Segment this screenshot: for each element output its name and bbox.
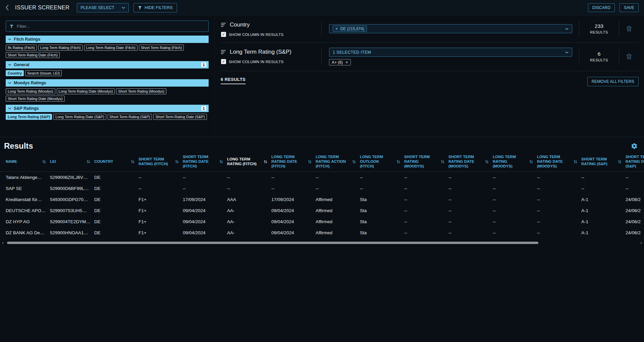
column-header[interactable]: SHORT TERM RATING (MOODYS) xyxy=(404,155,448,169)
scrollbar-track[interactable] xyxy=(6,242,639,244)
scrollbar-thumb[interactable] xyxy=(7,242,539,244)
drag-handle-icon[interactable] xyxy=(221,50,226,54)
filter-tag[interactable]: Long Term Rating (Fitch) xyxy=(38,45,83,51)
show-column-checkbox[interactable]: ✓ xyxy=(221,59,226,64)
table-cell: DE xyxy=(94,197,139,202)
sort-icon[interactable] xyxy=(396,160,400,164)
drag-handle-icon[interactable] xyxy=(221,22,226,27)
table-cell: -- xyxy=(183,186,227,191)
save-button[interactable]: SAVE xyxy=(620,3,639,12)
filter-search-input[interactable] xyxy=(17,24,205,29)
filter-tag[interactable]: Short Term Rating Date (S&P) xyxy=(153,114,207,120)
column-header[interactable]: LONG TERM RATING DATE (FITCH) xyxy=(271,155,316,169)
table-cell: DZ HYP AG xyxy=(6,219,50,224)
table-cell: 529900D6BF99L… xyxy=(50,186,94,191)
filter-section-header[interactable]: General1 xyxy=(6,61,209,68)
sort-icon[interactable] xyxy=(618,160,622,164)
filter-tag[interactable]: Search (Issuer, LEI) xyxy=(25,70,62,76)
filter-tag[interactable]: Ifs Rating (Fitch) xyxy=(6,45,37,51)
filter-section-header[interactable]: S&P Ratings1 xyxy=(6,105,209,112)
table-cell: -- xyxy=(537,175,581,180)
table-cell: 09/04/2024 xyxy=(183,219,227,224)
table-cell: AAA xyxy=(227,197,271,202)
table-cell: 09/04/2024 xyxy=(183,208,227,213)
filter-tag[interactable]: Short Term Rating (Fitch) xyxy=(139,45,184,51)
filter-tag[interactable]: Long Term Rating (S&P) xyxy=(6,114,52,120)
column-header[interactable]: SHORT TERM RATING DATE (S&P) xyxy=(626,155,644,169)
table-cell: -- xyxy=(537,186,581,191)
sort-icon[interactable] xyxy=(131,160,135,164)
remove-chip-icon[interactable]: × xyxy=(335,27,338,31)
table-row[interactable]: DEUTSCHE APO…5299007S3UH5…DEF1+09/04/202… xyxy=(0,205,644,216)
sort-icon[interactable] xyxy=(574,160,577,164)
filter-tag[interactable]: Short Term Rating Date (Moodys) xyxy=(6,96,65,102)
table-settings-button[interactable] xyxy=(630,142,638,150)
show-column-checkbox[interactable]: ✓ xyxy=(221,32,226,37)
sort-icon[interactable] xyxy=(485,160,489,164)
screener-select-dropdown[interactable]: PLEASE SELECT xyxy=(77,3,129,12)
delete-filter-button[interactable] xyxy=(625,24,634,33)
delete-filter-button[interactable] xyxy=(625,52,634,61)
top-bar: ISSUER SCREENER PLEASE SELECT HIDE FILTE… xyxy=(0,0,644,15)
column-header[interactable]: LONG TERM RATING ACTION (FITCH) xyxy=(316,155,360,169)
table-row[interactable]: DZ BANK AG De…529900HNOAA1…DEF1+09/04/20… xyxy=(0,227,644,238)
selected-value-chip[interactable]: A+ (6)× xyxy=(329,59,351,65)
filters-summary-row: 6 RESULTS REMOVE ALL FILTERS xyxy=(221,77,639,86)
filter-tag[interactable]: Long Term Rating Date (Moodys) xyxy=(57,88,115,94)
sort-icon[interactable] xyxy=(87,160,90,164)
filter-tag[interactable]: Long Term Rating (Moodys) xyxy=(6,88,55,94)
show-column-label: SHOW COLUMN IN RESULTS xyxy=(229,60,283,64)
back-button[interactable] xyxy=(4,4,10,11)
sort-icon[interactable] xyxy=(352,160,356,164)
table-row[interactable]: DZ HYP AG5299004TE2DYM…DEF1+09/04/2024AA… xyxy=(0,216,644,227)
filter-tag[interactable]: Long Term Rating Date (Fitch) xyxy=(84,45,138,51)
column-header-label: LONG TERM RATING DATE (MOODYS) xyxy=(537,155,569,168)
column-header[interactable]: LONG TERM RATING DATE (MOODYS) xyxy=(537,155,581,169)
column-header[interactable]: SHORT TERM RATING DATE (FITCH) xyxy=(183,155,227,169)
filter-value-dropdown[interactable]: 1 SELECTED ITEM xyxy=(329,48,572,57)
sort-icon[interactable] xyxy=(308,160,312,164)
table-cell: Affirmed xyxy=(316,208,360,213)
filters-area: Fitch RatingsIfs Rating (Fitch)Long Term… xyxy=(0,15,644,137)
results-count-tab[interactable]: 6 RESULTS xyxy=(221,77,246,84)
table-row[interactable]: SAP SE529900D6BF99L…DE------------------… xyxy=(0,183,644,194)
column-header[interactable]: LONG TERM OUTLOOK (FITCH) xyxy=(360,155,404,169)
filter-section-header[interactable]: Fitch Ratings xyxy=(6,36,209,43)
filter-tag[interactable]: Country xyxy=(6,70,24,76)
scroll-right-arrow[interactable]: › xyxy=(640,241,642,244)
filter-tag[interactable]: Short Term Rating (Moodys) xyxy=(116,88,166,94)
scroll-left-arrow[interactable]: ‹ xyxy=(2,241,4,244)
sort-icon[interactable] xyxy=(441,160,444,164)
filter-tag[interactable]: Long Term Rating Date (S&P) xyxy=(53,114,106,120)
table-cell: 549300GDPG70… xyxy=(50,197,94,202)
sort-icon[interactable] xyxy=(42,160,46,164)
sort-icon[interactable] xyxy=(175,160,179,164)
table-cell: -- xyxy=(227,186,271,191)
selected-value-chip[interactable]: ×DE (215,974) xyxy=(333,26,367,32)
column-header[interactable]: LONG TERM RATING (FITCH) xyxy=(227,155,271,169)
filter-value-dropdown[interactable]: ×DE (215,974) xyxy=(329,24,572,33)
hide-filters-button[interactable]: HIDE FILTERS xyxy=(133,3,177,12)
filter-tag[interactable]: Short Term Rating (S&P) xyxy=(108,114,152,120)
sort-icon[interactable] xyxy=(529,160,533,164)
table-row[interactable]: Kreditanstalt für…549300GDPG70…DEF1+17/0… xyxy=(0,194,644,205)
remove-all-filters-button[interactable]: REMOVE ALL FILTERS xyxy=(587,77,639,86)
column-header[interactable]: SHORT TERM RATING (S&P) xyxy=(581,155,626,169)
remove-chip-icon[interactable]: × xyxy=(345,60,348,64)
column-header[interactable]: SHORT TERM RATING (FITCH) xyxy=(139,155,183,169)
column-header[interactable]: SHORT TERM RATING DATE (MOODYS) xyxy=(448,155,493,169)
discard-button[interactable]: DISCARD xyxy=(588,3,615,12)
filter-section-header[interactable]: Moodys Ratings xyxy=(6,79,209,87)
table-cell: -- xyxy=(404,175,448,180)
sort-icon[interactable] xyxy=(264,160,267,164)
chevron-down-icon xyxy=(8,64,11,66)
column-header[interactable]: COUNTRY xyxy=(94,155,139,169)
filter-tag[interactable]: Short Term Rating Date (Fitch) xyxy=(6,52,60,58)
column-header[interactable]: LEI xyxy=(50,155,94,169)
table-cell: -- xyxy=(404,230,448,235)
results-count: 6 xyxy=(598,51,601,57)
table-row[interactable]: Talanx Aktienge…5299006ZIILJ6V…DE-------… xyxy=(0,172,644,183)
column-header[interactable]: LONG TERM RATING (MOODYS) xyxy=(493,155,537,169)
sort-icon[interactable] xyxy=(219,160,223,164)
column-header[interactable]: NAME xyxy=(6,155,50,169)
